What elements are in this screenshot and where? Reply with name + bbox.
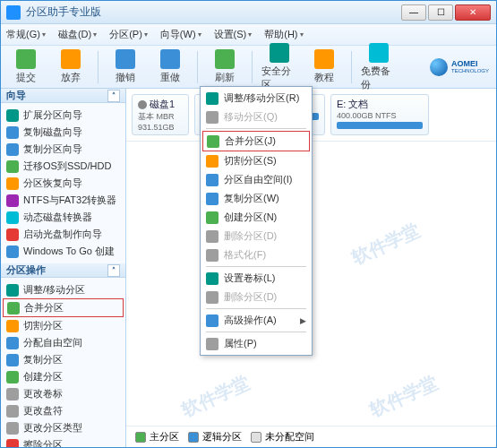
chevron-down-icon: ▾ [93,30,97,39]
sidebar-item[interactable]: Windows To Go 创建 [3,243,124,260]
disk-summary[interactable]: 磁盘1基本 MBR931.51GB [132,94,189,135]
toolbar: 提交放弃撤销重做刷新安全分区教程免费备份AOMEITECHNOLOGY [1,46,496,89]
context-item-icon [206,111,219,124]
sidebar-item-icon [6,228,19,241]
context-menu-item[interactable]: 设置卷标(L) [202,269,310,288]
close-button[interactable]: ✕ [455,4,491,21]
toolbar-button[interactable]: 免费备份 [361,43,397,91]
toolbar-button[interactable]: 提交 [8,49,44,84]
chevron-down-icon: ▾ [300,30,304,39]
context-menu-item: 移动分区(Q) [202,108,310,126]
watermark: 软件学堂 [178,370,253,422]
sidebar-item-icon [6,439,19,448]
menubar: 常规(G)▾磁盘(D)▾分区(P)▾向导(W)▾设置(S)▾帮助(H)▾ [1,24,496,46]
menu-item[interactable]: 常规(G)▾ [6,28,46,41]
context-menu-item: 删除分区(D) [202,288,310,306]
titlebar: 分区助手专业版 — ☐ ✕ [1,1,496,24]
toolbar-button[interactable]: 教程 [306,49,342,84]
sidebar-item-icon [6,194,19,207]
sidebar-item[interactable]: 创建分区 [3,368,124,385]
sidebar-item-label: 调整/移动分区 [23,283,85,297]
toolbar-icon [61,49,81,69]
panel-header-wizard[interactable]: 向导 ˄ [1,89,125,103]
sidebar-item[interactable]: 启动光盘制作向导 [3,226,124,243]
sidebar-item[interactable]: 复制分区 [3,351,124,368]
chevron-down-icon: ▾ [144,30,148,39]
legend-bar: 主分区 逻辑分区 未分配空间 [126,426,496,447]
toolbar-icon [369,43,389,63]
context-item-label: 高级操作(A) [224,314,277,327]
toolbar-button[interactable]: 放弃 [53,49,89,84]
context-menu-item[interactable]: 切割分区(S) [202,151,310,170]
toolbar-icon [215,49,235,69]
toolbar-button[interactable]: 刷新 [207,49,243,84]
context-menu-item[interactable]: 创建分区(N) [202,208,310,227]
context-menu-item[interactable]: 合并分区(J) [202,131,310,151]
context-menu-item[interactable]: 调整/移动分区(R) [202,89,310,108]
menu-item[interactable]: 设置(S)▾ [214,28,253,41]
toolbar-button[interactable]: 重做 [152,49,188,84]
maximize-button[interactable]: ☐ [428,4,453,21]
sidebar-item[interactable]: 合并分区 [3,298,124,317]
sidebar-item[interactable]: 切割分区 [3,317,124,334]
partition-box[interactable]: E: 文档400.00GB NTFS [330,94,429,135]
sidebar-item[interactable]: 分区恢复向导 [3,175,124,192]
app-icon [6,5,21,20]
context-menu-item[interactable]: 属性(P) [202,334,310,353]
context-menu-item: 格式化(F) [202,246,310,264]
sidebar-item-icon [6,422,19,435]
context-menu-item[interactable]: 分区自由空间(I) [202,170,310,189]
minimize-button[interactable]: — [401,4,426,21]
menu-item[interactable]: 向导(W)▾ [160,28,201,41]
context-item-label: 删除分区(D) [224,229,277,243]
chevron-down-icon: ▾ [248,30,252,39]
context-item-icon [206,230,219,243]
menu-item[interactable]: 分区(P)▾ [109,28,148,41]
watermark: 软件学堂 [366,370,441,422]
panel-partition-body: 调整/移动分区合并分区切割分区分配自由空间复制分区创建分区更改卷标更改盘符更改分… [1,278,125,447]
sidebar-item[interactable]: 复制分区向导 [3,141,124,158]
collapse-icon[interactable]: ˄ [107,264,120,277]
panel-header-partition-ops[interactable]: 分区操作 ˄ [1,263,125,278]
sidebar-item[interactable]: 迁移OS到SSD/HDD [3,158,124,175]
sidebar-item[interactable]: 更改分区类型 [3,419,124,436]
sidebar-item-icon [6,246,19,258]
sidebar-item[interactable]: 擦除分区 [3,436,124,447]
sidebar-item[interactable]: 更改卷标 [3,385,124,402]
toolbar-button[interactable]: 安全分区 [261,43,297,91]
context-item-icon [206,174,219,186]
sidebar-item[interactable]: 复制磁盘向导 [3,124,124,141]
context-menu-item[interactable]: 高级操作(A)▶ [202,311,310,330]
sidebar-item-label: 合并分区 [24,301,64,314]
sidebar-item[interactable]: 扩展分区向导 [3,107,124,124]
toolbar-label: 教程 [314,71,334,84]
sidebar-item-icon [6,109,19,122]
menu-item[interactable]: 磁盘(D)▾ [58,28,97,41]
sidebar-item[interactable]: 动态磁盘转换器 [3,209,124,226]
sidebar-item-label: 复制磁盘向导 [23,125,82,139]
toolbar-button[interactable]: 撤销 [107,49,143,84]
toolbar-icon [116,49,135,69]
collapse-icon[interactable]: ˄ [107,90,120,102]
brand-logo[interactable]: AOMEITECHNOLOGY [430,58,489,76]
sidebar-item-icon [6,177,19,190]
sidebar-item[interactable]: 调整/移动分区 [3,281,124,298]
window-title: 分区助手专业版 [26,4,399,20]
context-item-icon [206,249,219,262]
watermark: 软件学堂 [348,218,424,270]
sidebar-item-label: 更改盘符 [23,404,63,418]
sidebar-item-label: 创建分区 [23,370,63,383]
panel-title: 分区操作 [6,263,46,277]
menu-item[interactable]: 帮助(H)▾ [264,28,303,41]
context-item-label: 调整/移动分区(R) [224,91,299,105]
sidebar-item[interactable]: 更改盘符 [3,402,124,419]
aomei-ball-icon [430,58,448,76]
context-item-label: 合并分区(J) [225,134,276,148]
context-menu: 调整/移动分区(R)移动分区(Q)合并分区(J)切割分区(S)分区自由空间(I)… [200,86,313,356]
sidebar-item-label: 启动光盘制作向导 [23,228,102,241]
context-menu-item[interactable]: 复制分区(W) [202,189,310,208]
context-item-label: 分区自由空间(I) [224,173,292,186]
context-item-label: 删除分区(D) [224,290,277,304]
sidebar-item[interactable]: NTFS与FAT32转换器 [3,192,124,209]
sidebar-item[interactable]: 分配自由空间 [3,334,124,351]
